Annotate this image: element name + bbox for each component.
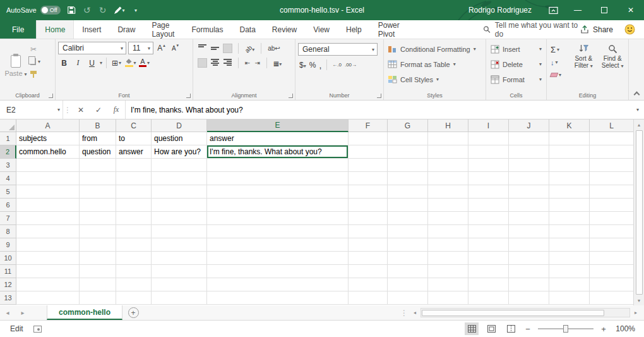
cell-G13[interactable] xyxy=(388,291,428,305)
cell-H3[interactable] xyxy=(428,159,468,172)
font-size-combo[interactable]: 11▾ xyxy=(128,42,153,54)
cell-B1[interactable]: from xyxy=(80,132,116,145)
tab-page-layout[interactable]: Page Layout xyxy=(143,20,183,39)
cell-D12[interactable] xyxy=(152,278,207,291)
tab-view[interactable]: View xyxy=(305,20,338,39)
cell-L8[interactable] xyxy=(590,225,633,238)
delete-cells-button[interactable]: Delete▾ xyxy=(489,57,544,71)
vertical-scrollbar-thumb[interactable] xyxy=(636,130,643,295)
horizontal-scrollbar-track[interactable] xyxy=(420,308,630,317)
cell-B6[interactable] xyxy=(80,199,116,212)
column-header-F[interactable]: F xyxy=(349,119,388,132)
borders-button[interactable]: ⊞▾ xyxy=(110,57,122,69)
align-right-button[interactable] xyxy=(224,59,232,67)
vertical-scrollbar[interactable]: ▴ ▾ xyxy=(633,119,644,305)
cell-F8[interactable] xyxy=(349,225,388,238)
row-header-2[interactable]: 2 xyxy=(0,145,16,159)
maximize-button[interactable] xyxy=(591,0,617,20)
cell-A5[interactable] xyxy=(16,185,80,199)
cell-H10[interactable] xyxy=(428,252,468,265)
formula-input[interactable]: I'm fine, thanks. What about you? xyxy=(125,101,631,119)
cell-H12[interactable] xyxy=(428,278,468,291)
increase-indent-button[interactable]: ⇥ xyxy=(254,59,259,66)
cell-D6[interactable] xyxy=(152,199,207,212)
cell-F11[interactable] xyxy=(349,265,388,278)
column-header-G[interactable]: G xyxy=(388,119,428,132)
cell-D4[interactable] xyxy=(152,172,207,185)
cell-I12[interactable] xyxy=(468,278,509,291)
splitter-handle[interactable]: ⋮ xyxy=(399,305,409,320)
row-header-4[interactable]: 4 xyxy=(0,172,16,185)
cell-J5[interactable] xyxy=(509,185,549,199)
chevron-down-icon[interactable]: ▾ xyxy=(100,60,102,66)
cell-D8[interactable] xyxy=(152,225,207,238)
cell-B7[interactable] xyxy=(80,212,116,225)
cell-G3[interactable] xyxy=(388,159,428,172)
new-sheet-button[interactable]: + xyxy=(122,305,144,320)
scroll-down-arrow-icon[interactable]: ▾ xyxy=(634,295,644,305)
tab-power-pivot[interactable]: Power Pivot xyxy=(370,20,408,39)
tab-data[interactable]: Data xyxy=(232,20,264,39)
merge-center-button[interactable]: ▦▾ xyxy=(273,59,282,68)
column-header-J[interactable]: J xyxy=(509,119,549,132)
number-dialog-launcher-icon[interactable] xyxy=(377,94,381,98)
cell-K6[interactable] xyxy=(549,199,590,212)
cell-K3[interactable] xyxy=(549,159,590,172)
cell-G10[interactable] xyxy=(388,252,428,265)
cell-K1[interactable] xyxy=(549,132,590,145)
cell-L2[interactable] xyxy=(590,145,633,159)
align-top-button[interactable] xyxy=(198,44,206,52)
row-header-9[interactable]: 9 xyxy=(0,238,16,252)
zoom-in-button[interactable]: + xyxy=(599,324,608,334)
underline-button[interactable]: U xyxy=(86,57,98,69)
cell-E6[interactable] xyxy=(207,199,349,212)
previous-sheet-arrow-icon[interactable]: ◂ xyxy=(0,305,15,320)
cell-L12[interactable] xyxy=(590,278,633,291)
column-header-D[interactable]: D xyxy=(152,119,207,132)
horizontal-scrollbar-thumb[interactable] xyxy=(422,310,604,316)
cell-E10[interactable] xyxy=(207,252,349,265)
cell-H1[interactable] xyxy=(428,132,468,145)
column-header-E[interactable]: E xyxy=(207,119,349,132)
cell-J6[interactable] xyxy=(509,199,549,212)
macro-record-icon[interactable] xyxy=(33,326,42,333)
paste-button[interactable]: Paste ▾ xyxy=(3,42,29,90)
cell-C2[interactable]: answer xyxy=(116,145,152,159)
cell-I1[interactable] xyxy=(468,132,509,145)
cell-F4[interactable] xyxy=(349,172,388,185)
cell-L11[interactable] xyxy=(590,265,633,278)
accounting-format-button[interactable]: $▾ xyxy=(299,61,306,70)
cell-E1[interactable]: answer xyxy=(207,132,349,145)
cell-J11[interactable] xyxy=(509,265,549,278)
cell-J9[interactable] xyxy=(509,238,549,252)
wrap-text-button[interactable]: ab↩ xyxy=(268,45,280,52)
cell-F5[interactable] xyxy=(349,185,388,199)
row-header-5[interactable]: 5 xyxy=(0,185,16,199)
cell-F1[interactable] xyxy=(349,132,388,145)
cell-K11[interactable] xyxy=(549,265,590,278)
cell-L3[interactable] xyxy=(590,159,633,172)
sort-filter-button[interactable]: Sort & Filter ▾ xyxy=(569,42,597,90)
cell-G1[interactable] xyxy=(388,132,428,145)
cell-E8[interactable] xyxy=(207,225,349,238)
percent-style-button[interactable]: % xyxy=(309,61,316,70)
cell-A3[interactable] xyxy=(16,159,80,172)
cell-C4[interactable] xyxy=(116,172,152,185)
insert-cells-button[interactable]: Insert▾ xyxy=(489,42,544,56)
cell-B4[interactable] xyxy=(80,172,116,185)
cell-E13[interactable] xyxy=(207,291,349,305)
row-header-1[interactable]: 1 xyxy=(0,132,16,145)
name-box[interactable]: E2 ▾ xyxy=(0,101,63,119)
align-bottom-button[interactable] xyxy=(224,44,232,52)
tab-file[interactable]: File xyxy=(0,20,36,39)
cell-I3[interactable] xyxy=(468,159,509,172)
cell-I5[interactable] xyxy=(468,185,509,199)
cell-B5[interactable] xyxy=(80,185,116,199)
tab-review[interactable]: Review xyxy=(264,20,305,39)
cell-E4[interactable] xyxy=(207,172,349,185)
cell-L1[interactable] xyxy=(590,132,633,145)
cell-H4[interactable] xyxy=(428,172,468,185)
tab-draw[interactable]: Draw xyxy=(109,20,143,39)
user-name[interactable]: Rodrigo Rodriguez xyxy=(468,6,532,15)
cell-F2[interactable] xyxy=(349,145,388,159)
